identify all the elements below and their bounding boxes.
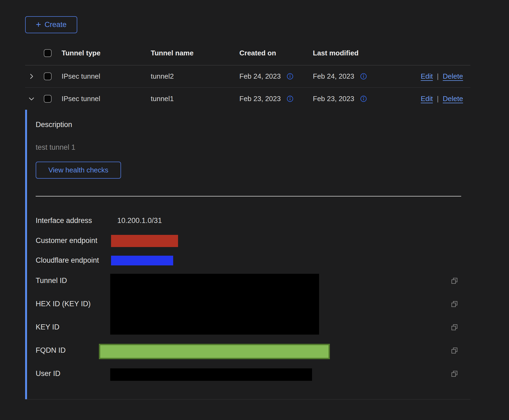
column-header-last-modified: Last modified — [313, 49, 389, 57]
copy-icon — [451, 370, 458, 378]
chevron-right-icon[interactable] — [28, 73, 35, 80]
tunnel-type-cell: IPsec tunnel — [62, 95, 151, 103]
info-icon[interactable] — [287, 73, 293, 80]
copy-icon — [451, 347, 458, 354]
edit-link[interactable]: Edit — [421, 95, 433, 103]
interface-address-label: Interface address — [36, 216, 92, 225]
copy-icon — [451, 277, 458, 285]
info-icon[interactable] — [360, 73, 367, 80]
fqdn-id-redacted-value — [99, 344, 330, 359]
expanded-row-indicator — [25, 110, 27, 399]
created-on-value: Feb 24, 2023 — [239, 72, 281, 81]
hex-id-label: HEX ID (KEY ID) — [36, 299, 91, 308]
tunnel-name-cell: tunnel2 — [151, 72, 239, 81]
cloudflare-endpoint-redacted-value — [111, 256, 173, 265]
delete-link[interactable]: Delete — [443, 95, 463, 103]
create-button-label: Create — [45, 21, 66, 29]
table-header: Tunnel type Tunnel name Created on Last … — [25, 41, 470, 65]
select-all-checkbox[interactable] — [44, 49, 52, 57]
copy-icon — [451, 300, 458, 308]
ids-redacted-value — [110, 274, 319, 335]
copy-user-id-button[interactable] — [451, 370, 458, 378]
fqdn-id-label: FQDN ID — [36, 346, 66, 355]
created-on-value: Feb 23, 2023 — [239, 95, 281, 103]
last-modified-value: Feb 23, 2023 — [313, 95, 354, 103]
section-divider — [36, 196, 461, 196]
created-on-cell: Feb 23, 2023 — [239, 95, 313, 103]
tunnels-table: Tunnel type Tunnel name Created on Last … — [25, 41, 470, 110]
last-modified-cell: Feb 23, 2023 — [313, 95, 389, 103]
table-row: IPsec tunnel tunnel1 Feb 23, 2023 Feb 23… — [25, 88, 470, 110]
copy-fqdn-id-button[interactable] — [451, 347, 458, 354]
action-separator: | — [437, 72, 439, 81]
copy-icon — [451, 324, 458, 331]
column-header-tunnel-type: Tunnel type — [62, 49, 151, 57]
table-row: IPsec tunnel tunnel2 Feb 24, 2023 Feb 24… — [25, 65, 470, 88]
info-icon[interactable] — [360, 95, 367, 102]
info-icon[interactable] — [287, 95, 293, 102]
create-button[interactable]: + Create — [25, 16, 77, 33]
tunnel-name-cell: tunnel1 — [151, 95, 239, 103]
column-header-tunnel-name: Tunnel name — [151, 49, 239, 57]
key-id-label: KEY ID — [36, 323, 59, 331]
tunnel-id-label: Tunnel ID — [36, 276, 67, 285]
interface-address-value: 10.200.1.0/31 — [117, 216, 162, 225]
customer-endpoint-label: Customer endpoint — [36, 236, 97, 245]
chevron-down-icon[interactable] — [28, 95, 35, 102]
expanded-panel: Description test tunnel 1 View health ch… — [25, 110, 470, 399]
delete-link[interactable]: Delete — [443, 72, 463, 81]
action-separator: | — [437, 95, 439, 103]
copy-key-id-button[interactable] — [451, 324, 458, 331]
column-header-created-on: Created on — [239, 49, 313, 57]
select-row-checkbox[interactable] — [44, 95, 52, 103]
plus-icon: + — [36, 20, 41, 29]
description-value: test tunnel 1 — [36, 143, 75, 152]
view-health-checks-button[interactable]: View health checks — [36, 162, 121, 179]
last-modified-value: Feb 24, 2023 — [313, 72, 354, 81]
copy-tunnel-id-button[interactable] — [451, 277, 458, 285]
user-id-redacted-value — [110, 368, 312, 381]
customer-endpoint-redacted-value — [111, 235, 178, 247]
tunnel-type-cell: IPsec tunnel — [62, 72, 151, 81]
last-modified-cell: Feb 24, 2023 — [313, 72, 389, 81]
description-label: Description — [36, 120, 72, 129]
select-row-checkbox[interactable] — [44, 72, 52, 80]
created-on-cell: Feb 24, 2023 — [239, 72, 313, 81]
edit-link[interactable]: Edit — [421, 72, 433, 81]
copy-hex-id-button[interactable] — [451, 300, 458, 308]
cloudflare-endpoint-label: Cloudflare endpoint — [36, 256, 99, 265]
user-id-label: User ID — [36, 369, 61, 378]
